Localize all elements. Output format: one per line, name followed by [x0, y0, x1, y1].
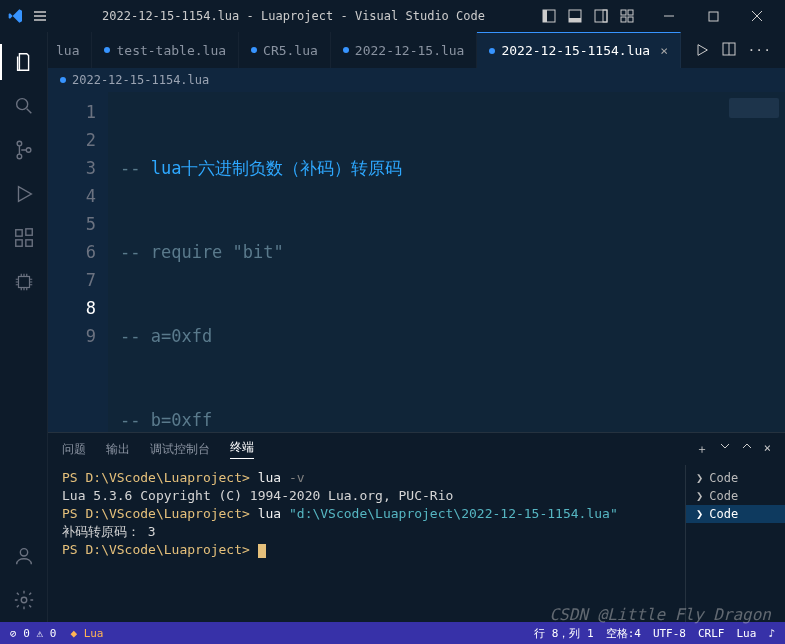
tab-test-table[interactable]: test-table.lua	[92, 32, 239, 68]
svg-point-12	[17, 141, 22, 146]
maximize-panel-icon[interactable]	[742, 441, 752, 458]
code-area[interactable]: -- lua十六进制负数（补码）转原码 -- require "bit" -- …	[108, 92, 785, 432]
gear-icon[interactable]	[0, 578, 48, 622]
terminal-icon: ❯	[696, 507, 703, 521]
lua-file-icon	[251, 47, 257, 53]
code-editor[interactable]: 123456789 -- lua十六进制负数（补码）转原码 -- require…	[48, 92, 785, 432]
chevron-down-icon[interactable]	[720, 441, 730, 458]
terminal-icon: ❯	[696, 471, 703, 485]
search-icon[interactable]	[0, 84, 48, 128]
breadcrumb[interactable]: 2022-12-15-1154.lua	[48, 68, 785, 92]
svg-rect-18	[25, 229, 31, 235]
menu-icon[interactable]	[32, 8, 48, 24]
extensions-icon[interactable]	[0, 216, 48, 260]
status-language[interactable]: Lua	[737, 627, 757, 640]
close-panel-icon[interactable]: ×	[764, 441, 771, 458]
vscode-logo-icon	[8, 8, 24, 24]
close-button[interactable]	[737, 1, 777, 31]
svg-rect-19	[18, 277, 29, 288]
new-terminal-icon[interactable]: ＋	[696, 441, 708, 458]
minimap[interactable]	[729, 98, 779, 118]
run-icon[interactable]	[694, 42, 710, 58]
svg-point-20	[20, 549, 27, 556]
minimize-button[interactable]	[649, 1, 689, 31]
svg-point-21	[21, 597, 27, 603]
svg-point-14	[26, 148, 31, 153]
svg-rect-10	[709, 12, 718, 21]
svg-rect-4	[595, 10, 607, 22]
terminal[interactable]: PS D:\VScode\Luaproject> lua -v Lua 5.3.…	[48, 465, 685, 622]
close-icon[interactable]: ×	[660, 43, 668, 58]
activity-bar	[0, 32, 48, 622]
terminal-list: ❯Code ❯Code ❯Code	[685, 465, 785, 622]
svg-rect-17	[25, 240, 31, 246]
split-editor-icon[interactable]	[722, 42, 736, 58]
svg-rect-9	[628, 17, 633, 22]
account-icon[interactable]	[0, 534, 48, 578]
title-bar: 2022-12-15-1154.lua - Luaproject - Visua…	[0, 0, 785, 32]
status-notifications-icon[interactable]: ♪	[768, 627, 775, 640]
panel-tab-output[interactable]: 输出	[106, 441, 130, 458]
lua-file-icon	[489, 48, 495, 54]
panel-tab-problems[interactable]: 问题	[62, 441, 86, 458]
lua-file-icon	[60, 77, 66, 83]
status-lang-badge[interactable]: ◆ Lua	[70, 627, 103, 640]
explorer-icon[interactable]	[0, 40, 48, 84]
svg-rect-8	[621, 17, 626, 22]
status-encoding[interactable]: UTF-8	[653, 627, 686, 640]
terminal-list-item[interactable]: ❯Code	[686, 487, 785, 505]
chip-icon[interactable]	[0, 260, 48, 304]
terminal-list-item[interactable]: ❯Code	[686, 505, 785, 523]
panel-tabs: 问题 输出 调试控制台 终端 ＋ ×	[48, 433, 785, 465]
svg-rect-5	[603, 10, 607, 22]
terminal-cursor	[258, 544, 266, 558]
bottom-panel: 问题 输出 调试控制台 终端 ＋ × PS D:\VScode\Luaproje…	[48, 432, 785, 622]
svg-rect-7	[628, 10, 633, 15]
svg-rect-3	[569, 18, 581, 22]
line-gutter: 123456789	[48, 92, 108, 432]
more-icon[interactable]: ···	[748, 42, 771, 58]
svg-rect-6	[621, 10, 626, 15]
status-position[interactable]: 行 8，列 1	[534, 626, 594, 641]
tab-active[interactable]: 2022-12-15-1154.lua×	[477, 32, 681, 68]
window-title: 2022-12-15-1154.lua - Luaproject - Visua…	[48, 9, 539, 23]
lua-file-icon	[343, 47, 349, 53]
tab-cr5[interactable]: CR5.lua	[239, 32, 331, 68]
svg-rect-16	[15, 240, 21, 246]
svg-rect-15	[15, 230, 21, 236]
tab-lua[interactable]: lua	[48, 32, 92, 68]
status-errors[interactable]: ⊘ 0 ⚠ 0	[10, 627, 56, 640]
maximize-button[interactable]	[693, 1, 733, 31]
editor-tabs: lua test-table.lua CR5.lua 2022-12-15.lu…	[48, 32, 785, 68]
status-spaces[interactable]: 空格:4	[606, 626, 641, 641]
layout-icons[interactable]	[539, 8, 637, 24]
debug-icon[interactable]	[0, 172, 48, 216]
status-eol[interactable]: CRLF	[698, 627, 725, 640]
terminal-list-item[interactable]: ❯Code	[686, 469, 785, 487]
panel-tab-debug[interactable]: 调试控制台	[150, 441, 210, 458]
svg-point-11	[16, 99, 27, 110]
panel-tab-terminal[interactable]: 终端	[230, 439, 254, 459]
breadcrumb-file: 2022-12-15-1154.lua	[72, 73, 209, 87]
svg-point-13	[17, 154, 22, 159]
status-bar: ⊘ 0 ⚠ 0 ◆ Lua 行 8，列 1 空格:4 UTF-8 CRLF Lu…	[0, 622, 785, 644]
source-control-icon[interactable]	[0, 128, 48, 172]
terminal-icon: ❯	[696, 489, 703, 503]
svg-rect-1	[543, 10, 547, 22]
lua-file-icon	[104, 47, 110, 53]
tab-2022-12-15[interactable]: 2022-12-15.lua	[331, 32, 478, 68]
